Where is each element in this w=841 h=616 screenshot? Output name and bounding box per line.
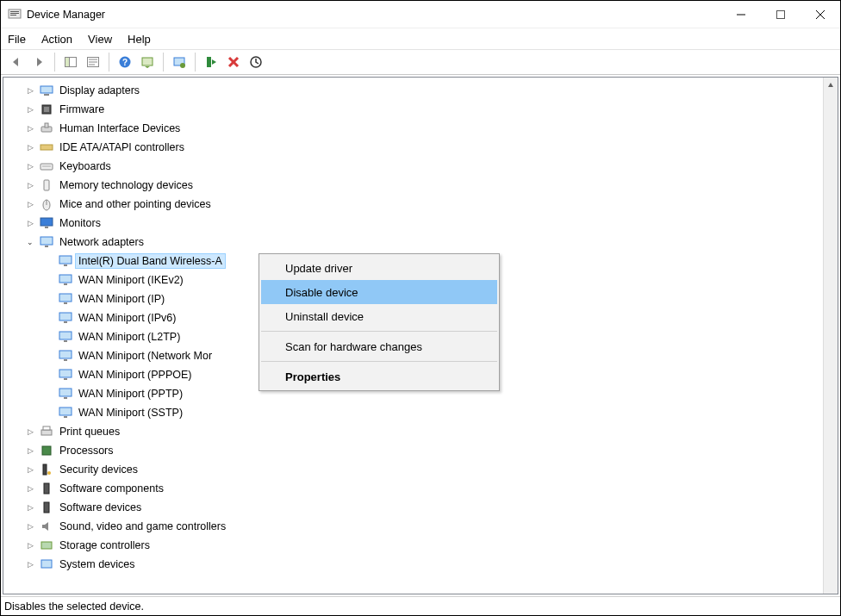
category-memory-tech[interactable]: ▷ Memory technology devices bbox=[3, 176, 823, 195]
svg-rect-3 bbox=[10, 15, 16, 16]
category-print-queues[interactable]: ▷ Print queues bbox=[3, 422, 823, 441]
help-button[interactable]: ? bbox=[115, 52, 135, 72]
network-adapter-icon bbox=[59, 406, 72, 420]
chevron-right-icon[interactable]: ▷ bbox=[24, 558, 36, 570]
svg-rect-32 bbox=[44, 180, 49, 190]
chevron-right-icon[interactable]: ▷ bbox=[24, 520, 36, 532]
menu-uninstall-device[interactable]: Uninstall device bbox=[261, 304, 497, 328]
category-firmware[interactable]: ▷ Firmware bbox=[3, 100, 823, 119]
minimize-button[interactable] bbox=[721, 1, 761, 28]
svg-rect-19 bbox=[207, 57, 211, 67]
svg-rect-51 bbox=[59, 370, 72, 377]
category-sound[interactable]: ▷ Sound, video and game controllers bbox=[3, 517, 823, 536]
chevron-right-icon[interactable]: ▷ bbox=[24, 103, 36, 115]
back-button[interactable] bbox=[6, 52, 27, 72]
svg-rect-58 bbox=[43, 426, 50, 430]
category-hid[interactable]: ▷ Human Interface Devices bbox=[3, 119, 823, 138]
category-label: Memory technology devices bbox=[57, 178, 196, 192]
device-wan-sstp[interactable]: WAN Miniport (SSTP) bbox=[3, 403, 823, 422]
svg-rect-48 bbox=[64, 340, 67, 342]
chevron-right-icon[interactable]: ▷ bbox=[24, 160, 36, 172]
chevron-right-icon[interactable]: ▷ bbox=[24, 198, 36, 210]
svg-rect-55 bbox=[59, 408, 72, 415]
menu-scan-hardware[interactable]: Scan for hardware changes bbox=[261, 334, 497, 358]
svg-rect-46 bbox=[64, 321, 67, 323]
vertical-scrollbar[interactable] bbox=[823, 78, 838, 594]
category-ide[interactable]: ▷ IDE ATA/ATAPI controllers bbox=[3, 138, 823, 157]
chevron-right-icon[interactable]: ▷ bbox=[24, 482, 36, 495]
chevron-right-icon[interactable]: ▷ bbox=[24, 141, 36, 153]
svg-rect-64 bbox=[41, 542, 52, 549]
chevron-right-icon[interactable]: ▷ bbox=[24, 122, 36, 134]
svg-rect-43 bbox=[59, 294, 72, 302]
svg-rect-39 bbox=[59, 256, 72, 264]
category-software-components[interactable]: ▷ Software components bbox=[3, 479, 823, 498]
chevron-right-icon[interactable]: ▷ bbox=[24, 445, 36, 457]
menu-action[interactable]: Action bbox=[41, 33, 72, 46]
uninstall-device-button[interactable] bbox=[223, 52, 244, 72]
chevron-right-icon[interactable]: ▷ bbox=[24, 217, 36, 229]
category-network-adapters[interactable]: ⌄ Network adapters bbox=[3, 233, 823, 252]
chevron-down-icon[interactable]: ⌄ bbox=[24, 236, 36, 248]
chevron-right-icon[interactable]: ▷ bbox=[24, 539, 36, 551]
category-software-devices[interactable]: ▷ Software devices bbox=[3, 498, 823, 517]
svg-rect-28 bbox=[45, 123, 48, 128]
network-adapter-icon bbox=[59, 311, 72, 325]
category-label: Print queues bbox=[57, 425, 122, 439]
scroll-up-arrow-icon[interactable] bbox=[824, 78, 838, 92]
disable-device-button[interactable] bbox=[246, 52, 266, 72]
category-security-devices[interactable]: ▷ Security devices bbox=[3, 460, 823, 479]
menu-separator bbox=[261, 331, 497, 332]
device-label: WAN Miniport (IKEv2) bbox=[76, 273, 186, 287]
chevron-right-icon[interactable]: ▷ bbox=[24, 179, 36, 191]
svg-rect-52 bbox=[64, 378, 67, 380]
svg-rect-38 bbox=[45, 246, 48, 247]
menu-view[interactable]: View bbox=[88, 33, 112, 46]
sound-icon bbox=[40, 520, 53, 533]
category-label: Storage controllers bbox=[57, 538, 153, 552]
firmware-icon bbox=[40, 103, 53, 116]
svg-rect-9 bbox=[65, 58, 70, 67]
menu-file[interactable]: File bbox=[8, 33, 26, 46]
svg-rect-47 bbox=[59, 332, 72, 339]
category-monitors[interactable]: ▷ Monitors bbox=[3, 214, 823, 233]
show-hide-tree-button[interactable] bbox=[60, 52, 81, 72]
category-label: Software devices bbox=[57, 501, 144, 514]
scan-hardware-button[interactable] bbox=[137, 52, 158, 72]
category-processors[interactable]: ▷ Processors bbox=[3, 441, 823, 460]
network-adapter-icon bbox=[59, 349, 72, 363]
maximize-button[interactable] bbox=[761, 1, 801, 28]
chevron-right-icon[interactable]: ▷ bbox=[24, 84, 36, 96]
properties-button[interactable] bbox=[83, 52, 103, 72]
svg-rect-41 bbox=[59, 275, 72, 283]
category-label: Mice and other pointing devices bbox=[57, 197, 214, 211]
category-system-devices[interactable]: ▷ System devices bbox=[3, 555, 823, 574]
svg-rect-49 bbox=[59, 351, 72, 358]
menu-help[interactable]: Help bbox=[128, 33, 151, 46]
window-controls bbox=[721, 1, 840, 28]
security-icon bbox=[40, 463, 53, 476]
network-adapter-icon bbox=[59, 254, 72, 268]
menu-properties[interactable]: Properties bbox=[261, 364, 497, 389]
device-label: WAN Miniport (IPv6) bbox=[76, 311, 178, 325]
forward-button[interactable] bbox=[28, 52, 49, 72]
svg-rect-56 bbox=[64, 416, 67, 418]
update-driver-button[interactable] bbox=[169, 52, 190, 72]
category-label: Software components bbox=[57, 482, 166, 495]
close-button[interactable] bbox=[801, 1, 840, 28]
category-keyboards[interactable]: ▷ Keyboards bbox=[3, 157, 823, 176]
chevron-right-icon[interactable]: ▷ bbox=[24, 426, 36, 438]
svg-rect-5 bbox=[777, 10, 785, 18]
menu-update-driver[interactable]: Update driver bbox=[261, 256, 497, 280]
category-mice[interactable]: ▷ Mice and other pointing devices bbox=[3, 195, 823, 214]
svg-rect-23 bbox=[40, 86, 53, 93]
chevron-right-icon[interactable]: ▷ bbox=[24, 464, 36, 476]
enable-device-button[interactable] bbox=[201, 52, 221, 72]
svg-rect-36 bbox=[45, 227, 48, 228]
device-tree[interactable]: ▷ Display adapters ▷ Firmware ▷ Human In… bbox=[3, 78, 823, 594]
chevron-right-icon[interactable]: ▷ bbox=[24, 501, 36, 513]
category-display-adapters[interactable]: ▷ Display adapters bbox=[3, 81, 823, 100]
menu-disable-device[interactable]: Disable device bbox=[261, 280, 497, 304]
category-storage-controllers[interactable]: ▷ Storage controllers bbox=[3, 536, 823, 555]
category-label: Processors bbox=[57, 444, 116, 457]
